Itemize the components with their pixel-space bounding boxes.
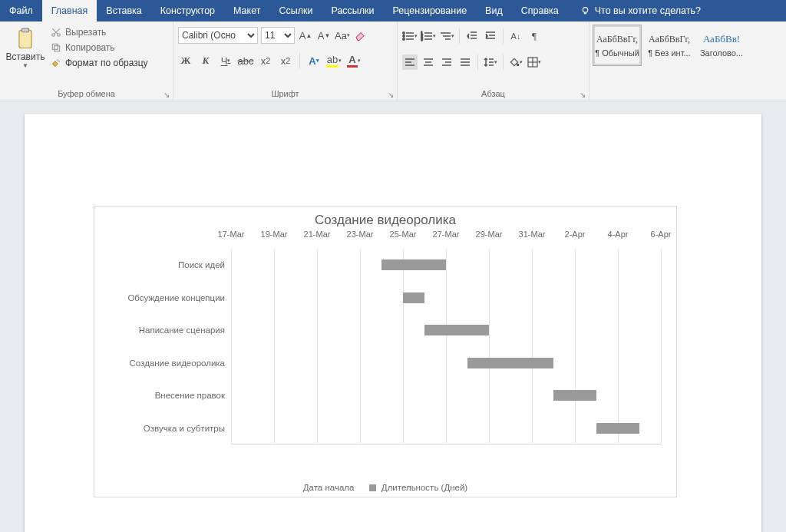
copy-button[interactable]: Копировать: [48, 41, 151, 54]
grid-line: [231, 249, 232, 444]
show-hide-button[interactable]: ¶: [527, 28, 542, 44]
line-spacing-button[interactable]: ▾: [483, 55, 498, 70]
tab-help[interactable]: Справка: [512, 0, 568, 21]
paste-button[interactable]: Вставить ▼: [5, 25, 46, 69]
separator: [299, 53, 300, 68]
bullet-list-icon: [402, 31, 414, 41]
style-normal[interactable]: АаБбВвГг, ¶ Обычный: [593, 25, 642, 66]
ribbon-tabs: Файл Главная Вставка Конструктор Макет С…: [0, 0, 786, 21]
legend-swatch-icon: [369, 484, 376, 491]
gantt-bar: [467, 358, 553, 368]
align-left-button[interactable]: [402, 55, 418, 70]
highlight-button[interactable]: ab▾: [326, 53, 342, 68]
format-painter-button[interactable]: Формат по образцу: [48, 57, 151, 69]
svg-point-0: [583, 7, 588, 12]
underline-button[interactable]: Ч▾: [218, 53, 233, 68]
svg-text:3: 3: [421, 37, 423, 41]
clear-formatting-button[interactable]: [353, 28, 368, 43]
tab-design[interactable]: Конструктор: [151, 0, 224, 21]
style-no-spacing-preview: АаБбВвГг,: [649, 34, 690, 45]
tab-view[interactable]: Вид: [476, 0, 512, 21]
bold-button[interactable]: Ж: [178, 53, 193, 68]
numbering-button[interactable]: 123▾: [421, 28, 436, 44]
dialog-launcher-icon[interactable]: ↘: [163, 91, 170, 99]
group-paragraph-label: Абзац: [481, 89, 505, 98]
grid-line: [618, 249, 619, 444]
multilevel-list-button[interactable]: ▾: [439, 28, 454, 44]
task-label: Создание видеоролика: [94, 359, 225, 368]
x-tick-label: 21-Mar: [304, 230, 331, 239]
tab-references[interactable]: Ссылки: [269, 0, 322, 21]
strikethrough-button[interactable]: abc: [238, 53, 253, 68]
grid-line: [360, 249, 361, 444]
tab-layout[interactable]: Макет: [224, 0, 269, 21]
tab-home[interactable]: Главная: [42, 0, 97, 21]
style-heading1[interactable]: АаБбВв! Заголово...: [697, 25, 746, 66]
decrease-indent-button[interactable]: [464, 28, 480, 44]
group-clipboard: Вставить ▼ Вырезать Копировать Формат по…: [0, 21, 173, 101]
subscript-button[interactable]: x2: [258, 53, 273, 68]
font-name-select[interactable]: Calibri (Осно: [178, 27, 258, 44]
svg-rect-1: [19, 30, 31, 48]
gantt-chart[interactable]: Создание видеоролика 17-Mar19-Mar21-Mar2…: [94, 206, 677, 497]
document-area[interactable]: Создание видеоролика 17-Mar19-Mar21-Mar2…: [0, 101, 786, 532]
x-tick-label: 29-Mar: [476, 230, 503, 239]
font-color-button[interactable]: A▾: [346, 53, 362, 68]
group-font: Calibri (Осно 11 A▲ A▼ Aa▾ Ж К Ч▾ abc x2…: [173, 21, 398, 101]
justify-button[interactable]: [457, 55, 473, 70]
tell-me-search[interactable]: Что вы хотите сделать?: [571, 0, 710, 21]
increase-indent-button[interactable]: [483, 28, 498, 44]
change-case-button[interactable]: Aa▾: [335, 28, 350, 43]
chart-x-axis: 17-Mar19-Mar21-Mar23-Mar25-Mar27-Mar29-M…: [231, 230, 661, 245]
group-paragraph: ▾ 123▾ ▾ A↓ ¶ ▾ ▾ ▾ Абза: [398, 21, 590, 101]
align-justify-icon: [460, 58, 471, 67]
gantt-bar: [403, 292, 424, 303]
grid-line: [661, 249, 662, 444]
bullets-button[interactable]: ▾: [402, 28, 418, 44]
tab-review[interactable]: Рецензирование: [384, 0, 477, 21]
italic-button[interactable]: К: [198, 53, 213, 68]
legend-duration-label: Длительность (Дней): [381, 483, 467, 492]
number-list-icon: 123: [421, 31, 433, 41]
dialog-launcher-icon[interactable]: ↘: [580, 91, 586, 99]
separator: [477, 55, 478, 70]
tab-mailings[interactable]: Рассылки: [322, 0, 383, 21]
text-effects-button[interactable]: A▾: [306, 53, 322, 68]
align-right-icon: [441, 58, 452, 67]
align-right-button[interactable]: [439, 55, 454, 70]
format-painter-label: Формат по образцу: [65, 58, 148, 68]
copy-icon: [51, 42, 61, 53]
grow-font-button[interactable]: A▲: [298, 28, 313, 43]
x-tick-label: 31-Mar: [519, 230, 546, 239]
task-label: Озвучка и субтитры: [94, 424, 225, 433]
svg-point-7: [403, 32, 405, 34]
style-no-spacing[interactable]: АаБбВвГг, ¶ Без инт...: [645, 25, 694, 66]
grid-line: [446, 249, 447, 444]
gantt-bar: [553, 390, 596, 401]
tab-insert[interactable]: Вставка: [97, 0, 150, 21]
style-no-spacing-label: ¶ Без инт...: [648, 48, 690, 58]
separator: [459, 28, 460, 44]
x-tick-label: 17-Mar: [218, 230, 245, 239]
cut-button[interactable]: Вырезать: [48, 26, 151, 38]
shading-button[interactable]: ▾: [508, 55, 523, 70]
align-center-button[interactable]: [421, 55, 436, 70]
indent-icon: [485, 31, 496, 41]
superscript-button[interactable]: x2: [278, 53, 293, 68]
chevron-down-icon: ▼: [22, 62, 28, 69]
borders-button[interactable]: ▾: [527, 55, 542, 70]
tell-me-label: Что вы хотите сделать?: [595, 5, 701, 16]
paste-icon: [15, 28, 36, 51]
shrink-font-button[interactable]: A▼: [316, 28, 332, 43]
lightbulb-icon: [580, 6, 590, 16]
task-label: Написание сценария: [94, 325, 225, 335]
dialog-launcher-icon[interactable]: ↘: [388, 91, 394, 99]
style-normal-label: ¶ Обычный: [595, 48, 639, 58]
task-label: Обсуждение концепции: [94, 293, 225, 302]
separator: [503, 28, 504, 44]
tab-file[interactable]: Файл: [0, 0, 42, 21]
gantt-bar: [381, 259, 446, 270]
align-center-icon: [423, 58, 434, 67]
font-size-select[interactable]: 11: [261, 27, 295, 44]
sort-button[interactable]: A↓: [508, 28, 523, 44]
